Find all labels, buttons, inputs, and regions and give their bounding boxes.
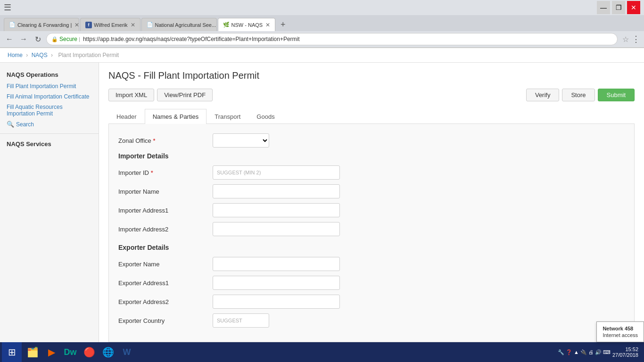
exporter-name-input[interactable] [213, 257, 340, 271]
store-button[interactable]: Store [562, 89, 594, 101]
taskbar-clock: 15:52 27/07/2018 [612, 346, 638, 358]
tray-icon-7: ⌨ [603, 349, 611, 355]
importer-name-row: Importer Name [118, 184, 625, 198]
browser-tab-2[interactable]: 📄 National Agricultural See... ✕ [141, 18, 217, 31]
submit-button[interactable]: Submit [598, 89, 635, 101]
browser-tab-3[interactable]: 🌿 NSW - NAQS ✕ [218, 18, 276, 31]
taskbar-item-dreamweaver[interactable]: Dw [61, 343, 79, 361]
sidebar: NAQS Operations Fill Plant Importation P… [0, 63, 99, 351]
tray-icon-1: 🔧 [558, 349, 564, 355]
verify-button[interactable]: Verify [526, 89, 560, 101]
page-title: NAQS - Fill Plant Importation Permit [108, 70, 635, 81]
tab-header[interactable]: Header [108, 109, 145, 124]
secure-indicator: 🔒 Secure | [51, 36, 80, 42]
sidebar-item-fill-animal[interactable]: Fill Animal Importation Certificate [0, 91, 99, 102]
exporter-address1-row: Exporter Address1 [118, 276, 625, 290]
importer-address2-label: Importer Address2 [118, 226, 213, 233]
tab-transport[interactable]: Transport [206, 109, 248, 124]
chrome-menu-icon[interactable]: ⋮ [632, 34, 640, 44]
forward-button[interactable]: → [18, 33, 29, 45]
network-popup: Network 458 Internet access [596, 321, 644, 342]
exporter-address2-row: Exporter Address2 [118, 295, 625, 309]
tab-names-parties[interactable]: Names & Parties [145, 109, 207, 124]
zonal-office-select[interactable] [213, 133, 269, 148]
tab-favicon-2: 📄 [147, 22, 153, 28]
taskbar-item-chrome[interactable]: 🌐 [99, 343, 117, 361]
tray-icon-5: 🖨 [588, 349, 594, 355]
importer-name-label: Importer Name [118, 188, 213, 195]
tray-icon-3: ▲ [574, 349, 579, 355]
form-panel: Zonal Office * Importer Details Importer… [108, 124, 635, 342]
back-button[interactable]: ← [4, 33, 15, 45]
sidebar-section-naqs-services: NAQS Services [0, 138, 99, 150]
tab-favicon-1: f [85, 22, 92, 28]
new-tab-button[interactable]: + [276, 18, 289, 31]
toolbar: Import XML View/Print PDF Verify Store S… [108, 89, 635, 101]
sidebar-item-fill-plant[interactable]: Fill Plant Importation Permit [0, 81, 99, 91]
taskbar-items: 🗂️ ▶ Dw 🔴 🌐 W [24, 343, 136, 361]
importer-name-input[interactable] [213, 184, 340, 198]
network-popup-status: Internet access [603, 332, 638, 338]
importer-address1-row: Importer Address1 [118, 203, 625, 217]
tab-close-3[interactable]: ✕ [265, 22, 270, 28]
exporter-address1-label: Exporter Address1 [118, 280, 213, 287]
taskbar-item-explorer[interactable]: 🗂️ [24, 343, 41, 361]
zonal-office-label: Zonal Office * [118, 137, 213, 144]
exporter-country-input[interactable] [213, 313, 269, 328]
lock-icon: 🔒 [51, 36, 58, 42]
importer-address2-input[interactable] [213, 222, 340, 236]
taskbar: ⊞ 🗂️ ▶ Dw 🔴 🌐 W 🔧 ❓ ▲ 🔌 🖨 🔊 ⌨ [0, 342, 644, 362]
sidebar-item-fill-aquatic[interactable]: Fill Aquatic Resources Importation Permi… [0, 102, 99, 119]
importer-id-input[interactable] [213, 165, 340, 180]
main-content: NAQS - Fill Plant Importation Permit Imp… [99, 63, 644, 351]
breadcrumb-home[interactable]: Home [8, 52, 23, 58]
importer-address1-input[interactable] [213, 203, 340, 217]
taskbar-item-word[interactable]: W [118, 343, 136, 361]
taskbar-item-media[interactable]: ▶ [42, 343, 60, 361]
restore-button[interactable]: ❐ [612, 1, 625, 14]
breadcrumb-naqs[interactable]: NAQS [32, 52, 48, 58]
browser-tab-1[interactable]: f Wilfred Emerik ✕ [80, 18, 140, 31]
bookmark-icon[interactable]: ☆ [622, 35, 629, 44]
exporter-name-row: Exporter Name [118, 257, 625, 271]
sidebar-section-naqs-ops: NAQS Operations [0, 68, 99, 81]
tray-icon-6: 🔊 [595, 349, 602, 355]
importer-id-row: Importer ID * [118, 165, 625, 180]
sidebar-divider [0, 133, 99, 134]
tab-close-0[interactable]: ✕ [74, 22, 79, 28]
url-display[interactable]: https://app.trade.gov.ng/naqs/naqs/creat… [83, 36, 300, 42]
exporter-country-label: Exporter Country [118, 317, 213, 324]
exporter-address2-input[interactable] [213, 295, 340, 309]
exporter-country-row: Exporter Country [118, 313, 625, 328]
tab-favicon-0: 📄 [9, 22, 16, 28]
zonal-office-row: Zonal Office * [118, 133, 625, 148]
form-tabs: Header Names & Parties Transport Goods [108, 109, 635, 124]
close-button[interactable]: ✕ [627, 1, 640, 14]
importer-address1-label: Importer Address1 [118, 207, 213, 214]
breadcrumb: Home › NAQS › Plant Importation Permit [0, 48, 644, 63]
search-icon: 🔍 [7, 121, 14, 128]
view-print-pdf-button[interactable]: View/Print PDF [157, 89, 213, 101]
tab-close-1[interactable]: ✕ [131, 22, 135, 28]
importer-details-section: Importer Details [118, 152, 625, 160]
tray-network-icon: 🔌 [580, 349, 587, 355]
taskbar-item-app4[interactable]: 🔴 [80, 343, 98, 361]
reload-button[interactable]: ↻ [32, 33, 43, 45]
start-button[interactable]: ⊞ [2, 342, 22, 362]
tab-goods[interactable]: Goods [248, 109, 282, 124]
taskbar-right: 🔧 ❓ ▲ 🔌 🖨 🔊 ⌨ 15:52 27/07/2018 [558, 346, 642, 358]
exporter-name-label: Exporter Name [118, 261, 213, 268]
importer-id-required: * [151, 169, 153, 176]
clock-date: 27/07/2018 [612, 352, 638, 358]
zonal-office-required: * [153, 137, 155, 144]
minimize-button[interactable]: — [597, 1, 610, 14]
exporter-details-section: Exporter Details [118, 244, 625, 251]
import-xml-button[interactable]: Import XML [108, 89, 154, 101]
network-popup-title: Network 458 [603, 326, 638, 331]
exporter-address2-label: Exporter Address2 [118, 298, 213, 305]
tray-icon-2: ❓ [566, 349, 572, 355]
sidebar-search[interactable]: 🔍 Search [0, 119, 99, 130]
browser-tab-0[interactable]: 📄 Clearing & Forwarding | ✕ [4, 18, 79, 31]
exporter-address1-input[interactable] [213, 276, 340, 290]
clock-time: 15:52 [612, 346, 638, 352]
